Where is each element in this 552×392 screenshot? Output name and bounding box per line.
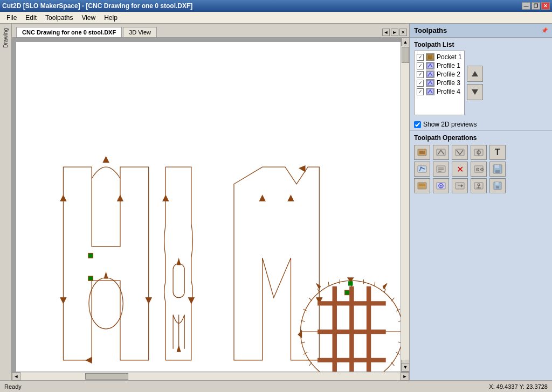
op-recalc[interactable] — [452, 178, 468, 193]
svg-point-82 — [420, 167, 422, 169]
op-profile[interactable] — [433, 145, 449, 160]
list-up-button[interactable] — [467, 66, 483, 82]
right-panel: Toolpaths 📌 Toolpath List Pocket 1 — [409, 24, 552, 380]
svg-text:⚙⚙: ⚙⚙ — [475, 167, 484, 172]
op-drill[interactable] — [471, 145, 487, 160]
list-item[interactable]: Pocket 1 — [417, 53, 462, 61]
show-previews-label: Show 2D previews — [423, 121, 477, 128]
toolpath-checkbox-profile4[interactable] — [417, 88, 424, 95]
op-summary[interactable] — [433, 162, 449, 177]
panel-title: Toolpaths — [414, 26, 447, 34]
op-text[interactable]: T — [489, 145, 506, 160]
op-save[interactable] — [489, 162, 506, 177]
menu-toolpaths[interactable]: Toolpaths — [41, 13, 77, 23]
svg-rect-93 — [419, 184, 425, 186]
panel-pin[interactable]: 📌 — [541, 27, 548, 33]
restore-button[interactable]: ❐ — [532, 2, 540, 10]
menu-file[interactable]: File — [2, 13, 21, 23]
toolpath-label-profile4: Profile 4 — [437, 88, 460, 95]
title-text: Cut2D [SLO MakerSpace] - [CNC Drawing fo… — [2, 2, 192, 10]
left-toolbar: Drawing — [0, 24, 12, 380]
svg-rect-22 — [345, 290, 349, 295]
toolpath-list-section: Toolpath List Pocket 1 — [410, 38, 552, 118]
toolpath-icon-profile1 — [426, 62, 434, 69]
svg-rect-0 — [40, 42, 376, 372]
toolpath-icon-profile4 — [426, 88, 434, 95]
tab-nav-right[interactable]: ► — [391, 29, 398, 36]
op-delete[interactable]: ✕ — [452, 162, 468, 177]
panel-header: Toolpaths 📌 — [410, 24, 552, 38]
svg-rect-10 — [88, 276, 93, 281]
svg-rect-106 — [496, 186, 499, 188]
op-preview[interactable] — [433, 178, 449, 193]
scroll-thumb[interactable] — [402, 47, 409, 63]
op-merge[interactable]: ⚙⚙ — [471, 162, 487, 177]
operations-section: Toolpath Operations T — [410, 130, 552, 197]
op-edit[interactable] — [414, 162, 430, 177]
tab-nav-left[interactable]: ◄ — [382, 29, 390, 36]
toolpath-checkbox-profile2[interactable] — [417, 71, 424, 78]
h-scroll-track — [20, 373, 401, 380]
list-item[interactable]: Profile 4 — [417, 88, 462, 95]
toolpath-checkbox-pocket1[interactable] — [417, 54, 424, 61]
scroll-left-button[interactable]: ◄ — [12, 372, 20, 381]
scroll-up-button[interactable]: ▲ — [401, 38, 409, 46]
tab-3dview[interactable]: 3D View — [123, 27, 157, 37]
scroll-track — [401, 46, 409, 360]
title-bar: Cut2D [SLO MakerSpace] - [CNC Drawing fo… — [0, 0, 552, 12]
toolpath-label-profile2: Profile 2 — [437, 71, 460, 78]
op-saveall[interactable] — [489, 178, 506, 193]
op-vcarve[interactable] — [452, 145, 468, 160]
toolpath-checkbox-profile1[interactable] — [417, 62, 424, 69]
svg-line-49 — [391, 298, 394, 301]
close-button[interactable]: ✕ — [541, 2, 550, 10]
list-navigation — [467, 51, 485, 115]
svg-marker-37 — [383, 283, 387, 289]
svg-rect-105 — [495, 182, 499, 185]
canvas[interactable] — [16, 42, 401, 372]
svg-line-51 — [398, 320, 401, 321]
list-item[interactable]: Profile 2 — [417, 71, 462, 78]
tab-bar: CNC Drawing for one 0 stool.DXF 3D View … — [12, 24, 409, 38]
toolpath-checkbox-profile3[interactable] — [417, 80, 424, 87]
svg-rect-64 — [348, 281, 353, 285]
minimize-button[interactable]: — — [522, 2, 530, 10]
toolpath-list-title: Toolpath List — [414, 41, 548, 48]
toolpath-label-pocket1: Pocket 1 — [437, 53, 462, 61]
status-text: Ready — [4, 383, 22, 390]
show-previews-checkbox[interactable] — [414, 121, 421, 128]
vertical-scrollbar[interactable]: ▲ ▼ — [401, 38, 409, 372]
menu-view[interactable]: View — [77, 13, 100, 23]
title-bar-controls: — ❐ ✕ — [522, 2, 550, 10]
op-pocket[interactable] — [414, 145, 430, 160]
toolpath-icon-profile3 — [426, 79, 434, 87]
coordinates: X: 49.4337 Y: 23.3728 — [489, 383, 548, 390]
tab-close[interactable]: ✕ — [399, 29, 407, 36]
svg-marker-72 — [472, 71, 478, 76]
list-item[interactable]: Profile 3 — [417, 79, 462, 87]
scroll-right-button[interactable]: ► — [401, 372, 409, 381]
op-material[interactable] — [414, 178, 430, 193]
svg-rect-81 — [418, 166, 426, 172]
menu-help[interactable]: Help — [100, 13, 122, 23]
menu-edit[interactable]: Edit — [21, 13, 41, 23]
scroll-down-button[interactable]: ▼ — [401, 363, 409, 372]
list-item[interactable]: Profile 1 — [417, 62, 462, 69]
op-anchor[interactable] — [471, 178, 487, 193]
toolpath-label-profile3: Profile 3 — [437, 79, 460, 87]
h-scroll-thumb[interactable] — [85, 373, 128, 380]
tab-main[interactable]: CNC Drawing for one 0 stool.DXF — [16, 27, 122, 37]
horizontal-scrollbar[interactable]: ◄ ► — [12, 372, 409, 380]
operations-grid: T ✕ ⚙⚙ — [414, 145, 548, 193]
svg-line-52 — [398, 342, 401, 343]
drawing-area: ▲ ▼ — [12, 38, 409, 372]
operations-title: Toolpath Operations — [414, 134, 548, 142]
toolpath-icon-profile2 — [426, 71, 434, 78]
svg-line-54 — [391, 362, 394, 366]
list-down-button[interactable] — [467, 84, 483, 100]
svg-marker-73 — [472, 89, 478, 95]
toolpath-label-profile1: Profile 1 — [437, 62, 460, 69]
svg-rect-91 — [495, 170, 500, 173]
tab-controls: ◄ ► ✕ — [380, 27, 409, 37]
canvas-svg — [16, 42, 401, 372]
